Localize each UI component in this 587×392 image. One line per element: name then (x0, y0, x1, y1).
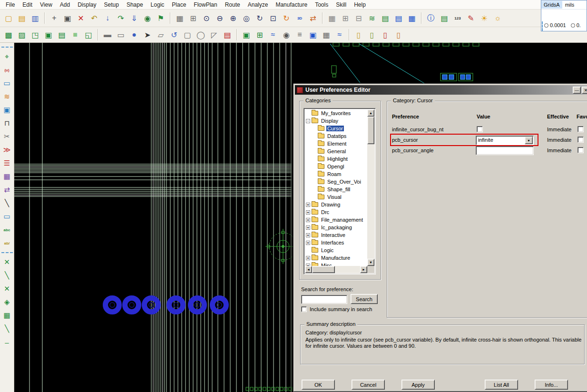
color-dialog-icon[interactable]: ▦ (326, 12, 338, 24)
menu-item-flowplan[interactable]: FlowPlan (190, 0, 221, 9)
menu-item-logic[interactable]: Logic (147, 0, 168, 9)
edit-text-icon[interactable]: ab/ (1, 237, 13, 249)
dialog-button-listall[interactable]: List All (485, 380, 518, 390)
contrast-icon[interactable]: ☼ (491, 12, 504, 24)
tree-item-drawing[interactable]: +Drawing (305, 201, 367, 208)
menu-item-file[interactable]: File (2, 0, 19, 9)
report-open-icon[interactable]: ▯ (366, 29, 378, 41)
draw-line-icon[interactable]: ╲ (1, 197, 13, 209)
report-check-icon[interactable]: ▯ (392, 29, 405, 41)
route-line2-icon[interactable]: ╲ (1, 323, 13, 334)
route-shield-icon[interactable]: ▦ (1, 310, 13, 321)
pref-value-checkbox[interactable] (477, 126, 483, 132)
menu-item-route[interactable]: Route (221, 0, 244, 9)
spreadsheet-icon[interactable]: ▦ (406, 12, 418, 24)
include-summary-checkbox[interactable] (301, 306, 307, 312)
tree-item-highlight[interactable]: Highlight (305, 155, 367, 163)
route-x1-icon[interactable]: ✕ (1, 256, 13, 268)
dialog-button-ok[interactable]: OK (302, 380, 335, 390)
route-line1-icon[interactable]: ╲ (1, 270, 13, 281)
redo-icon[interactable]: ↷ (115, 12, 127, 24)
toolbar-drag-handle[interactable] (542, 21, 543, 31)
tree-item-misc[interactable]: +Misc (305, 262, 367, 266)
tree-item-seg_over_voi[interactable]: Seg_Over_Voi (305, 178, 367, 186)
swap-layers-icon[interactable]: ⊞ (339, 12, 352, 24)
etch-edit-icon[interactable]: ≋ (366, 12, 378, 24)
tree-item-file_management[interactable]: +File_management (305, 216, 367, 224)
dialog-title-bar[interactable]: User Preferences Editor (295, 85, 587, 95)
tree-item-shape_fill[interactable]: Shape_fill (305, 186, 367, 193)
new-file-icon[interactable]: ▢ (2, 12, 15, 24)
copy-icon[interactable]: ▣ (61, 12, 74, 24)
expand-icon[interactable]: + (306, 233, 310, 237)
snapshot-icon[interactable]: ◉ (280, 29, 293, 41)
select-cursor-icon[interactable]: ➤ (141, 29, 154, 41)
ratsnest-icon[interactable]: ≈ (333, 29, 346, 41)
pulse-edit-icon[interactable]: ⊓ (1, 118, 13, 129)
tree-horizontal-scrollbar[interactable]: ◄ ► (305, 266, 367, 273)
expand-icon[interactable]: + (306, 203, 310, 207)
view-3d-icon[interactable]: 3D (294, 12, 306, 24)
chamfer-icon[interactable]: ◸ (208, 29, 220, 41)
pad-array-icon[interactable]: ▦ (1, 171, 13, 182)
shape-void-icon[interactable]: ■ (69, 29, 81, 41)
menu-item-skill[interactable]: Skill (332, 0, 350, 9)
dialog-button-cancel[interactable]: Cancel (352, 380, 385, 390)
smooth-route-icon[interactable]: ≋ (1, 91, 13, 102)
refresh-icon[interactable]: ↻ (280, 12, 293, 24)
tree-item-manufacture[interactable]: +Manufacture (305, 254, 367, 262)
constraint-manager-icon[interactable]: ▤ (392, 12, 405, 24)
pin-icon[interactable]: ⚑ (155, 12, 167, 24)
route-end-icon[interactable]: – (1, 336, 13, 348)
shape-edit-icon[interactable]: ▤ (56, 29, 68, 41)
delete-icon[interactable]: ✕ (75, 12, 87, 24)
tree-item-interactive[interactable]: +Interactive (305, 231, 367, 239)
shape-corner-icon[interactable]: ◱ (82, 29, 95, 41)
scroll-left-icon[interactable]: ◄ (305, 266, 312, 273)
tree-item-opengl[interactable]: Opengl (305, 163, 367, 170)
collapse-icon[interactable]: - (306, 119, 310, 123)
tree-item-drc[interactable]: +Drc (305, 208, 367, 216)
stamp-icon[interactable]: ▤ (221, 29, 234, 41)
brightness-icon[interactable]: ☀ (478, 12, 490, 24)
add-rect-icon[interactable]: ▭ (115, 29, 127, 41)
board-outline-icon[interactable]: ▣ (307, 29, 319, 41)
zoom-world-icon[interactable]: ⊡ (267, 12, 279, 24)
menu-item-manufacture[interactable]: Manufacture (272, 0, 311, 9)
expand-icon[interactable]: + (306, 241, 310, 245)
cut-trace-icon[interactable]: ✂ (1, 131, 13, 142)
probe-icon[interactable]: ≈ (267, 29, 279, 41)
search-input[interactable] (301, 295, 347, 304)
info-icon[interactable]: ⓘ (425, 12, 437, 24)
tree-vertical-scrollbar[interactable]: ▲ ▼ (367, 109, 374, 266)
odb-export-icon[interactable]: ▣ (240, 29, 253, 41)
pref-favorite-checkbox[interactable] (577, 137, 584, 143)
unplace-u-icon[interactable]: (u) (1, 64, 13, 76)
minimize-button-icon[interactable]: — (573, 87, 581, 94)
menu-item-view[interactable]: View (36, 0, 56, 9)
menu-item-setup[interactable]: Setup (100, 0, 123, 9)
zoom-in-icon[interactable]: ⊕ (227, 12, 239, 24)
highlight-target-icon[interactable]: ⌖ (1, 51, 13, 62)
menu-item-place[interactable]: Place (168, 0, 190, 9)
horizontal-scrollbar-thumb[interactable] (312, 266, 335, 273)
route-x2-icon[interactable]: ✕ (1, 283, 13, 294)
shape-frame-icon[interactable]: ▣ (42, 29, 55, 41)
expand-icon[interactable]: + (306, 210, 310, 215)
dialog-button-apply[interactable]: Apply (401, 380, 435, 390)
add-line-icon[interactable]: ▬ (101, 29, 114, 41)
swap-icon[interactable]: ⇄ (1, 184, 13, 196)
zoom-previous-icon[interactable]: ◎ (240, 12, 253, 24)
move-component-icon[interactable]: ▭ (1, 78, 13, 89)
expand-icon[interactable]: + (306, 218, 310, 222)
spin-icon[interactable]: ↺ (168, 29, 180, 41)
menu-item-display[interactable]: Display (74, 0, 100, 9)
menu-item-tools[interactable]: Tools (311, 0, 332, 9)
pref-value-input[interactable] (476, 146, 534, 155)
tree-item-logic[interactable]: Logic (305, 246, 367, 254)
add-square-icon[interactable]: ▢ (181, 29, 194, 41)
move-icon[interactable]: + (48, 12, 60, 24)
save-icon[interactable]: ▥ (29, 12, 41, 24)
grid-value2-radio[interactable] (571, 23, 575, 28)
layer-stack-icon[interactable]: ≡ (294, 29, 306, 41)
